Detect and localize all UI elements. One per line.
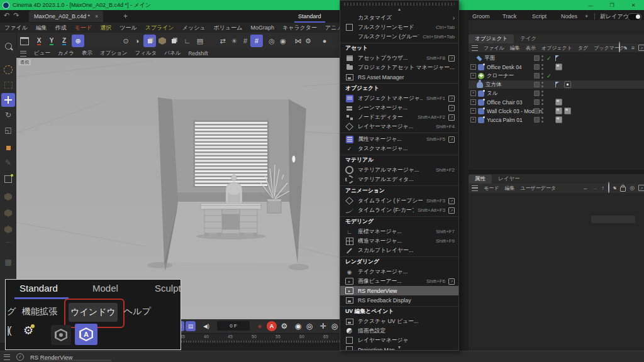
expand-icon[interactable]: +	[470, 64, 476, 70]
attr-menu-userdata[interactable]: ユーザーデータ	[520, 185, 556, 192]
audio-icon[interactable]: ◀)	[201, 321, 211, 331]
hexagon-cube-icon[interactable]	[156, 35, 169, 47]
object-row-office-chair[interactable]: + Office Chair 03	[469, 98, 644, 106]
swap-arrows-icon[interactable]: ⇄	[216, 35, 229, 47]
menu-item-object-manager[interactable]: オブジェクトマネージャ...Shift+F1↗	[340, 94, 458, 103]
vp-menu-panel[interactable]: パネル	[164, 50, 180, 57]
record-param-icon[interactable]: ◎	[330, 321, 340, 331]
om-menu-icon[interactable]	[472, 45, 478, 51]
object-row-office-desk[interactable]: + Office Desk 04	[469, 63, 644, 71]
menu-item-attribute-manager[interactable]: 属性マネージャ...Shift+F5↗	[340, 134, 458, 144]
sphere-primitive-icon[interactable]	[1, 190, 15, 204]
pen-alt-icon[interactable]: ✎	[1, 156, 15, 170]
small-cubes-icon[interactable]	[167, 35, 180, 47]
flag-tag-icon[interactable]	[555, 82, 560, 87]
document-tab[interactable]: MaxOne_A02_B.c4d * ×	[29, 11, 103, 22]
expand-icon[interactable]: +	[470, 73, 476, 79]
expand-icon[interactable]: +	[470, 99, 476, 105]
record-scale-icon[interactable]: ◎	[304, 321, 314, 331]
menu-item-structure-manager[interactable]: 構造マネージャ...Shift+F9	[340, 236, 458, 246]
grid-icon[interactable]: #	[239, 35, 252, 47]
frame-field[interactable]: 0 F	[217, 321, 250, 331]
menu-item-layer-manager-uv[interactable]: レイヤーマネージャ	[340, 336, 458, 345]
axis-x-toggle[interactable]: X	[33, 35, 45, 47]
vp-menu-camera[interactable]: カメラ	[58, 50, 74, 57]
menu-item-sculpt-layers[interactable]: スカルプトレイヤー...	[340, 246, 458, 255]
search-icon[interactable]	[608, 182, 609, 194]
archive-icon[interactable]	[18, 35, 31, 47]
menu-item-material-editor[interactable]: マテリアルエディタ...	[340, 175, 458, 184]
menu-item-timeline-dopesheet[interactable]: タイムライン (ドープシート)...Shift+F3↗	[340, 196, 458, 206]
menu-item-node-editor[interactable]: ノードエディターShift+Alt+F2↗	[340, 112, 458, 122]
menu-item-customize[interactable]: カスタマイズ›	[340, 13, 458, 23]
menu-item-timeline-fcurve[interactable]: タイムライン (F-カーブ)...Shift+Alt+F3↗	[340, 206, 458, 215]
record-rotation-icon[interactable]: ✛	[318, 321, 328, 331]
status-menu-icon[interactable]	[4, 354, 10, 360]
tab-attributes[interactable]: 属性	[469, 175, 492, 184]
modeling-settings-icon[interactable]	[1, 172, 15, 186]
rotate-tool-icon[interactable]: ↻	[1, 108, 15, 122]
object-row-wall-clock[interactable]: + Wall Clock 03 - Modern	[469, 107, 644, 115]
axis-corner-icon[interactable]: ∟	[181, 35, 194, 47]
undo-redo-icons[interactable]: ↶↷	[4, 11, 23, 19]
menu-item-scene-manager[interactable]: シーンマネージャ...↗	[340, 103, 458, 112]
menu-item-task-manager[interactable]: ✓タスクマネージャ...	[340, 144, 458, 153]
cube-mode-icon[interactable]	[143, 35, 156, 47]
track-target-icon[interactable]: ◎	[630, 185, 635, 191]
tab-layers[interactable]: レイヤー	[492, 175, 526, 184]
cube-primitive-icon[interactable]	[1, 206, 15, 220]
poly-primitive-icon[interactable]	[1, 222, 15, 236]
menu-tools[interactable]: ツール	[119, 24, 136, 32]
om-menu-file[interactable]: ファイル	[484, 45, 504, 52]
menu-character[interactable]: キャラクター	[282, 24, 317, 32]
menu-item-picture-viewer[interactable]: ▸画像ビューアー...Shift+F6↗	[340, 277, 458, 286]
object-row-plane[interactable]: 平面 ✓	[469, 54, 644, 62]
forward-arrow-icon[interactable]: →	[592, 185, 597, 191]
om-menu-view[interactable]: 表示	[526, 45, 536, 52]
vp-menu-redshift[interactable]: Redshift	[188, 50, 208, 57]
bridge-tool-icon[interactable]: ⌒	[1, 239, 15, 253]
menu-scroll-up[interactable]: ▲	[340, 1, 458, 13]
object-row-yucca-palm[interactable]: + Yucca Palm 01	[469, 116, 644, 124]
om-menu-objects[interactable]: オブジェクト	[541, 45, 572, 52]
menu-item-rs-asset-manager[interactable]: RS Asset Manager	[340, 72, 458, 82]
record-disabled-icon[interactable]: ◈	[255, 321, 265, 331]
vp-menu-options[interactable]: オプション	[100, 50, 128, 57]
extrude-tool-icon[interactable]: ▦	[1, 255, 15, 269]
pen-tool-icon[interactable]	[1, 141, 15, 155]
rectangle-selection-icon[interactable]	[1, 78, 15, 92]
attr-menu-edit[interactable]: 編集	[504, 185, 514, 192]
menu-select[interactable]: 選択	[100, 24, 111, 32]
concentric-icon[interactable]: ◎	[265, 35, 278, 47]
om-menu-tags[interactable]: タグ	[578, 45, 588, 52]
menu-item-coordinate-manager[interactable]: ∟座標マネージャ...Shift+F7	[340, 227, 458, 236]
menu-edit[interactable]: 編集	[36, 24, 47, 32]
object-row-null[interactable]: + ヌル	[469, 89, 644, 97]
undock-icon[interactable]: ↗	[638, 185, 644, 191]
axis-y-toggle[interactable]: Y	[45, 35, 58, 47]
dot-circle-icon[interactable]: ⊙	[119, 35, 132, 47]
axis-z-toggle[interactable]: Z	[58, 35, 70, 47]
vp-menu-display[interactable]: 表示	[82, 50, 92, 57]
menu-mograph[interactable]: MoGraph	[250, 25, 274, 31]
zoom-tool-icon[interactable]	[1, 39, 15, 53]
live-selection-icon[interactable]	[1, 63, 15, 77]
sphere-icon[interactable]: ●	[318, 35, 331, 47]
expand-icon[interactable]: +	[470, 117, 476, 123]
add-tab-button[interactable]: +	[123, 12, 128, 21]
minimize-button[interactable]: —	[580, 0, 601, 10]
square-half-icon[interactable]: ▤	[194, 35, 206, 47]
grid-snap-icon[interactable]: #	[250, 35, 263, 47]
vp-menu-filter[interactable]: フィルタ	[135, 50, 157, 57]
tab-objects[interactable]: オブジェクト	[469, 35, 514, 43]
menu-item-take-manager[interactable]: ◉テイクマネージャ...	[340, 267, 458, 277]
menu-create[interactable]: 作成	[55, 24, 67, 32]
view-label[interactable]: 透視	[18, 59, 31, 65]
menu-item-rs-renderview[interactable]: ▸RS RenderView	[340, 286, 458, 295]
back-arrow-icon[interactable]: ←	[582, 185, 588, 191]
enabled-check-icon[interactable]: ✓	[547, 55, 552, 62]
flag-tag-icon[interactable]	[555, 55, 560, 61]
menu-item-fullscreen-group[interactable]: フルスクリーン (グループ)モードCtrl+Shift+Tab	[340, 32, 458, 41]
menu-item-layer-manager[interactable]: レイヤーマネージャ...Shift+F4	[340, 122, 458, 131]
world-coordinates-icon[interactable]: ⊕	[72, 35, 84, 47]
